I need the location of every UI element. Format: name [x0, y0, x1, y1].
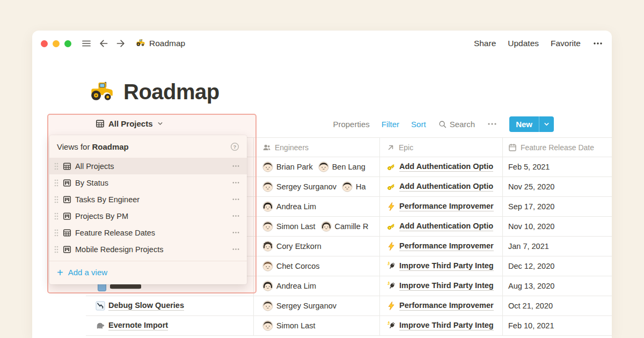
- close-window-icon[interactable]: [41, 40, 48, 47]
- view-item-more-icon[interactable]: [231, 211, 240, 221]
- avatar: [262, 221, 273, 232]
- views-panel-item-tasks-by-engineer[interactable]: Tasks By Engineer: [49, 191, 247, 208]
- drag-handle-icon[interactable]: [54, 229, 59, 237]
- epic-page-link[interactable]: Improve Third Party Integ: [386, 321, 494, 330]
- project-cell[interactable]: Evernote Import: [86, 316, 253, 335]
- epic-page-link[interactable]: Improve Third Party Integ: [386, 281, 494, 291]
- view-item-more-icon[interactable]: [231, 228, 240, 237]
- hamburger-menu-icon[interactable]: [81, 38, 92, 49]
- epic-cell[interactable]: Performance Improvemer: [379, 296, 502, 315]
- engineers-cell[interactable]: Simon Last: [253, 316, 379, 335]
- release-date-cell[interactable]: Nov 25, 2020: [502, 177, 612, 196]
- engineers-cell[interactable]: Andrea Lim: [253, 276, 379, 296]
- engineer-chip[interactable]: Camille R: [321, 221, 369, 232]
- views-panel-item-mobile-redesign-projects[interactable]: Mobile Redesign Projects: [49, 241, 247, 258]
- properties-button[interactable]: Properties: [333, 120, 369, 129]
- zoom-window-icon[interactable]: [64, 40, 71, 47]
- filter-button[interactable]: Filter: [382, 120, 399, 129]
- favorite-button[interactable]: Favorite: [551, 39, 581, 48]
- epic-page-link[interactable]: Performance Improvemer: [386, 301, 494, 311]
- engineer-chip[interactable]: Sergey Surganov: [262, 181, 336, 192]
- epic-page-link[interactable]: Add Authentication Optio: [386, 182, 493, 192]
- titlebar: Roadmap Share Updates Favorite: [32, 31, 612, 56]
- epic-page-link[interactable]: Add Authentication Optio: [386, 162, 493, 172]
- engineers-cell[interactable]: Andrea Lim: [253, 197, 379, 216]
- engineer-chip[interactable]: Cory Etzkorn: [262, 241, 321, 252]
- share-button[interactable]: Share: [474, 39, 496, 48]
- more-options-icon[interactable]: [592, 38, 603, 49]
- view-item-more-icon[interactable]: [231, 178, 240, 187]
- engineer-chip[interactable]: Simon Last: [262, 221, 316, 232]
- engineers-cell[interactable]: Chet Corcos: [253, 256, 379, 276]
- epic-page-link[interactable]: Add Authentication Optio: [386, 222, 493, 231]
- engineer-chip[interactable]: Sergey Surganov: [262, 300, 336, 311]
- engineers-cell[interactable]: Simon LastCamille R: [253, 217, 379, 236]
- epic-page-link[interactable]: Performance Improvemer: [386, 241, 494, 251]
- release-date-cell[interactable]: Aug 13, 2020: [502, 276, 612, 296]
- release-date-cell[interactable]: Jan 7, 2021: [502, 237, 612, 256]
- release-date-cell[interactable]: Dec 12, 2020: [502, 256, 612, 276]
- add-view-button[interactable]: + Add a view: [49, 261, 247, 283]
- engineer-chip[interactable]: Ben Lang: [318, 161, 365, 172]
- epic-cell[interactable]: Improve Third Party Integ: [379, 276, 502, 296]
- drag-handle-icon[interactable]: [54, 212, 59, 220]
- drag-handle-icon[interactable]: [54, 179, 59, 187]
- view-item-more-icon[interactable]: [231, 195, 240, 204]
- engineers-cell[interactable]: Sergey Surganov: [253, 296, 379, 315]
- add-view-label: Add a view: [68, 268, 107, 277]
- epic-cell[interactable]: Improve Third Party Integ: [379, 316, 502, 335]
- release-date-cell[interactable]: Nov 10, 2020: [502, 217, 612, 236]
- chart-down-icon: [96, 301, 105, 311]
- release-date-cell[interactable]: Sep 17, 2020: [502, 197, 612, 216]
- epic-page-link[interactable]: Improve Third Party Integ: [386, 261, 494, 271]
- new-button[interactable]: New: [509, 116, 554, 132]
- column-header-engineers[interactable]: Engineers: [253, 138, 379, 157]
- avatar: [318, 161, 329, 172]
- column-header-epic[interactable]: Epic: [379, 138, 502, 157]
- breadcrumb[interactable]: Roadmap: [136, 39, 185, 48]
- views-panel-item-projects-by-pm[interactable]: Projects By PM: [49, 208, 247, 224]
- engineer-chip[interactable]: Simon Last: [262, 320, 316, 331]
- project-cell[interactable]: Debug Slow Queries: [86, 296, 253, 315]
- toolbar-more-icon[interactable]: [487, 119, 497, 129]
- release-date-cell[interactable]: Feb 5, 2021: [502, 157, 612, 177]
- epic-cell[interactable]: Add Authentication Optio: [379, 177, 502, 196]
- engineers-cell[interactable]: Brian ParkBen Lang: [253, 157, 379, 177]
- views-panel-item-by-status[interactable]: By Status: [49, 174, 247, 191]
- engineer-chip[interactable]: Ha: [342, 181, 366, 192]
- engineers-cell[interactable]: Cory Etzkorn: [253, 237, 379, 256]
- epic-cell[interactable]: Add Authentication Optio: [379, 217, 502, 236]
- help-icon[interactable]: ?: [230, 142, 239, 151]
- release-date-cell[interactable]: Feb 10, 2021: [502, 316, 612, 335]
- engineer-chip[interactable]: Andrea Lim: [262, 281, 316, 291]
- view-item-more-icon[interactable]: [231, 161, 240, 171]
- engineer-chip[interactable]: Chet Corcos: [262, 261, 320, 271]
- epic-cell[interactable]: Performance Improvemer: [379, 237, 502, 256]
- search-button[interactable]: Search: [438, 120, 475, 129]
- sort-button[interactable]: Sort: [411, 120, 426, 129]
- views-panel-item-all-projects[interactable]: All Projects: [49, 158, 247, 174]
- engineer-chip[interactable]: Andrea Lim: [262, 201, 316, 212]
- minimize-window-icon[interactable]: [53, 40, 60, 47]
- drag-handle-icon[interactable]: [54, 195, 59, 203]
- engineer-chip[interactable]: Brian Park: [262, 161, 313, 172]
- forward-arrow-icon[interactable]: [115, 38, 126, 49]
- epic-cell[interactable]: Performance Improvemer: [379, 197, 502, 216]
- release-date-cell[interactable]: Oct 21, 2020: [502, 296, 612, 315]
- engineers-cell[interactable]: Sergey SurganovHa: [253, 177, 379, 196]
- epic-cell[interactable]: Improve Third Party Integ: [379, 256, 502, 276]
- project-page-link[interactable]: Evernote Import: [96, 321, 168, 330]
- view-item-more-icon[interactable]: [231, 245, 240, 254]
- column-header-feature-release-date[interactable]: Feature Release Date: [502, 138, 612, 157]
- active-view-tab[interactable]: All Projects: [96, 116, 163, 130]
- epic-page-link[interactable]: Performance Improvemer: [386, 202, 494, 211]
- views-panel-item-feature-release-dates[interactable]: Feature Release Dates: [49, 224, 247, 241]
- new-dropdown-button[interactable]: [539, 116, 554, 132]
- project-page-link[interactable]: Debug Slow Queries: [96, 301, 184, 311]
- drag-handle-icon[interactable]: [54, 245, 59, 253]
- updates-button[interactable]: Updates: [508, 39, 539, 48]
- new-button-label[interactable]: New: [509, 116, 539, 132]
- epic-cell[interactable]: Add Authentication Optio: [379, 157, 502, 177]
- back-arrow-icon[interactable]: [98, 38, 109, 49]
- drag-handle-icon[interactable]: [54, 162, 59, 170]
